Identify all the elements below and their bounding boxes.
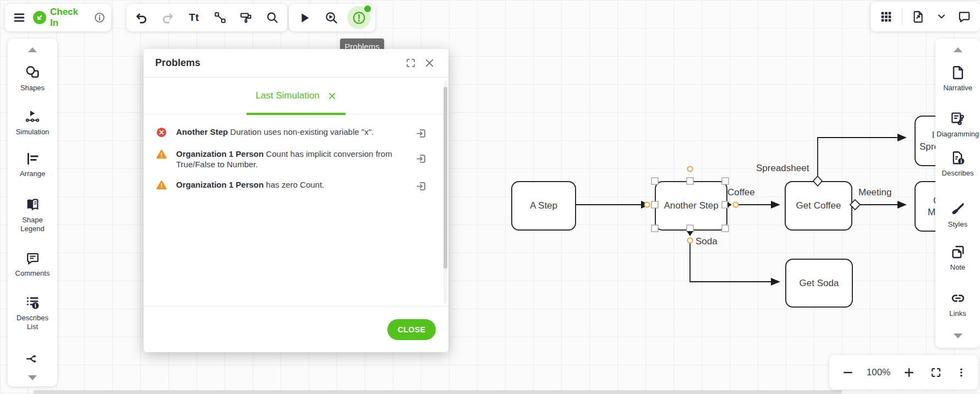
undo-button[interactable] xyxy=(130,7,152,29)
zoom-in-button[interactable] xyxy=(901,362,917,384)
styles-icon xyxy=(950,201,966,217)
dialog-header: Problems xyxy=(144,49,448,78)
sidebar-item-shape-legend[interactable]: Shape Legend xyxy=(8,197,57,233)
problem-text: Organization 1 Person Count has implicit… xyxy=(176,149,405,169)
sidebar-item-label: Arrange xyxy=(20,169,45,178)
sidebar-item-label: Describes List xyxy=(15,314,50,331)
problem-row[interactable]: Another Step Duration uses non-existing … xyxy=(144,123,448,143)
sidebar-scroll-up[interactable] xyxy=(935,47,980,52)
sidebar-item-note[interactable]: Note xyxy=(935,244,980,272)
sidebar-item-flow-branch[interactable] xyxy=(8,351,57,366)
problem-row[interactable]: Organization 1 Person Count has implicit… xyxy=(144,145,448,173)
decision-diamonds xyxy=(813,176,860,210)
sidebar-item-label: Narrative xyxy=(943,84,972,92)
sidebar-scroll-up[interactable] xyxy=(8,47,57,52)
text-tool-glyph: Tt xyxy=(189,12,199,24)
main-menu-button[interactable] xyxy=(8,7,30,29)
problems-button[interactable] xyxy=(347,6,370,29)
sidebar-item-label: Diagramming xyxy=(935,130,980,139)
dialog-title: Problems xyxy=(155,57,401,69)
sidebar-item-diagramming[interactable]: Diagramming xyxy=(935,111,980,139)
shapes-icon xyxy=(25,65,40,80)
zoom-level[interactable]: 100% xyxy=(867,367,890,378)
fit-screen-button[interactable] xyxy=(928,362,944,384)
problems-dialog: Problems Last Simulation Another Step Du… xyxy=(144,49,448,352)
chevron-down-icon xyxy=(28,375,37,380)
close-button[interactable]: CLOSE xyxy=(387,319,436,340)
simulation-icon xyxy=(25,109,40,124)
tab-label: Last Simulation xyxy=(255,90,319,101)
check-in-label[interactable]: Check In xyxy=(49,7,91,29)
go-to-problem-button[interactable] xyxy=(414,179,428,193)
comments-icon xyxy=(25,251,40,266)
describes-list-icon xyxy=(25,295,40,310)
flow-branch-icon xyxy=(25,351,40,366)
sidebar-item-label: Describes xyxy=(942,169,974,178)
sidebar-item-simulation[interactable]: Simulation xyxy=(8,109,57,136)
dialog-scrollbar-thumb[interactable] xyxy=(444,87,447,269)
sidebar-item-label: Shapes xyxy=(20,84,45,92)
sidebar-scroll-down[interactable] xyxy=(8,375,57,380)
sidebar-item-label: Shape Legend xyxy=(17,216,48,233)
sidebar-item-shapes[interactable]: Shapes xyxy=(8,65,57,92)
toolbar-edit: Tt xyxy=(127,4,287,31)
go-to-problem-button[interactable] xyxy=(414,152,428,165)
sidebar-scroll-down[interactable] xyxy=(935,333,980,338)
narrative-icon xyxy=(950,65,966,80)
toolbar-file: Check In xyxy=(5,4,111,31)
dialog-footer: CLOSE xyxy=(144,306,448,352)
check-in-status-icon xyxy=(30,7,49,29)
connector-tool-button[interactable] xyxy=(209,7,231,29)
sidebar-item-label: Note xyxy=(950,263,965,272)
shape-legend-icon xyxy=(25,197,40,212)
problem-text: Organization 1 Person has zero Count. xyxy=(176,179,405,190)
diagramming-icon xyxy=(950,111,966,127)
sidebar-item-narrative[interactable]: Narrative xyxy=(935,65,980,92)
format-painter-button[interactable] xyxy=(235,7,257,29)
warning-icon xyxy=(156,180,167,190)
zoom-out-button[interactable] xyxy=(840,362,856,384)
dialog-scrollbar[interactable] xyxy=(444,80,447,304)
sidebar-item-describes-list[interactable]: Describes List xyxy=(8,295,57,331)
chevron-up-icon xyxy=(28,47,37,52)
links-icon xyxy=(950,291,966,306)
comments-panel-button[interactable] xyxy=(955,6,973,28)
sidebar-item-links[interactable]: Links xyxy=(935,291,980,318)
arrange-icon xyxy=(25,151,40,166)
problems-badge-dot xyxy=(364,6,371,12)
problem-row[interactable]: Organization 1 Person has zero Count. xyxy=(144,176,448,196)
go-to-problem-button[interactable] xyxy=(414,127,428,140)
document-dropdown-chevron-icon[interactable] xyxy=(934,6,949,28)
describes-icon xyxy=(950,150,966,166)
more-options-button[interactable] xyxy=(955,362,968,384)
search-button[interactable] xyxy=(261,7,283,29)
text-tool-button[interactable]: Tt xyxy=(183,7,205,29)
selection-handles xyxy=(651,178,729,232)
redo-button[interactable] xyxy=(157,7,179,29)
sidebar-item-comments[interactable]: Comments xyxy=(8,251,57,278)
sidebar-item-arrange[interactable]: Arrange xyxy=(8,151,57,178)
toolbar-apps xyxy=(870,2,980,31)
left-sidebar: Shapes Simulation Arrange Shape Legend C… xyxy=(8,39,57,386)
apps-grid-button[interactable] xyxy=(877,6,896,28)
sidebar-item-styles[interactable]: Styles xyxy=(935,201,980,229)
review-simulation-button[interactable] xyxy=(321,7,343,29)
tab-close-icon[interactable] xyxy=(327,91,337,101)
zoom-controls: 100% xyxy=(829,355,978,390)
dialog-expand-button[interactable] xyxy=(401,54,420,73)
info-icon[interactable] xyxy=(91,7,108,29)
sidebar-item-label: Links xyxy=(949,309,966,318)
run-simulation-button[interactable] xyxy=(294,7,316,29)
chevron-down-icon xyxy=(954,333,962,338)
document-export-button[interactable] xyxy=(909,6,928,28)
dialog-close-icon[interactable] xyxy=(420,54,439,73)
warning-icon xyxy=(156,149,167,160)
note-icon xyxy=(950,244,966,260)
toolbar-divider xyxy=(902,8,902,25)
chevron-up-icon xyxy=(954,47,962,52)
error-icon xyxy=(156,127,167,138)
problems-list: Another Step Duration uses non-existing … xyxy=(144,114,448,306)
sidebar-item-describes[interactable]: Describes xyxy=(935,150,980,178)
toolbar-simulation xyxy=(289,4,375,31)
tab-last-simulation[interactable]: Last Simulation xyxy=(255,78,336,114)
